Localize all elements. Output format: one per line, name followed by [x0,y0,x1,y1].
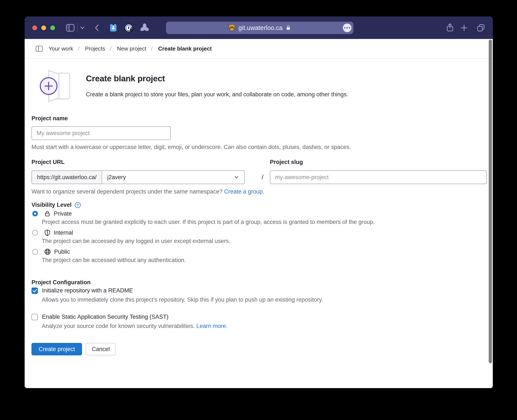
breadcrumb-current: Create blank project [158,45,212,52]
project-url-group: https://git.uwaterloo.ca/ j2avery [31,170,245,184]
namespace-value: j2avery [107,174,126,181]
close-window-button[interactable] [32,25,37,30]
create-project-button[interactable]: Create project [31,343,82,355]
project-url-label: Project URL [31,159,65,165]
share-icon[interactable] [446,23,454,32]
project-slug-input[interactable] [270,170,487,184]
create-a-group-link[interactable]: Create a group. [224,188,265,195]
browser-window: git.uwaterloo.ca Your work / [25,16,493,388]
readme-description: Allows you to immediately clone this pro… [42,296,323,303]
chevron-down-icon[interactable] [80,26,85,30]
svg-text:?: ? [77,203,79,207]
zoom-window-button[interactable] [50,25,55,30]
project-configuration-label: Project Configuration [31,279,91,286]
visibility-private-option[interactable]: Private [32,210,72,217]
visibility-internal-option[interactable]: Internal [32,229,73,236]
public-radio[interactable] [32,249,38,255]
project-slug-label: Project slug [270,159,303,165]
page-title: Create blank project [86,74,165,83]
visibility-public-option[interactable]: Public [32,248,70,255]
breadcrumb-separator: / [110,45,111,52]
sast-description: Analyze your source code for known secur… [42,323,228,330]
internal-description: The project can be accessed by any logge… [42,238,230,244]
toolbar-divider [77,23,78,32]
lock-icon [44,210,51,217]
shield-icon [44,229,51,236]
url-prefix: https://git.uwaterloo.ca/ [31,170,102,184]
visibility-level-heading: Visibility Level ? [31,202,81,208]
address-bar[interactable]: git.uwaterloo.ca [166,22,353,34]
visibility-level-label: Visibility Level [31,202,72,208]
url-slug-separator: / [259,170,266,184]
form-actions: Create project Cancel [31,343,116,355]
breadcrumb-separator: / [78,45,79,52]
readme-option[interactable]: Initialize repository with a README [31,287,133,294]
internal-label[interactable]: Internal [54,230,73,236]
browser-toolbar: git.uwaterloo.ca [25,16,493,39]
minimize-window-button[interactable] [41,25,46,30]
learn-more-link[interactable]: Learn more. [196,323,228,329]
scrollbar-thumb[interactable] [489,40,492,363]
page-more-options-button[interactable] [343,23,351,32]
sast-option[interactable]: Enable Static Application Security Testi… [31,314,168,320]
tab-overview-icon[interactable] [477,23,485,32]
sidebar-panel-icon[interactable] [35,45,43,52]
private-radio[interactable] [32,211,38,217]
breadcrumb: Your work / Projects / New project / Cre… [25,39,493,59]
sast-label[interactable]: Enable Static Application Security Testi… [42,314,168,320]
flower-extension-icon[interactable] [140,23,150,32]
public-label[interactable]: Public [54,248,70,255]
select-chevron-down-icon [234,174,239,180]
page-description: Create a blank project to store your fil… [86,91,348,98]
private-description: Project access must be granted explicitl… [42,219,375,225]
project-name-help: Must start with a lowercase or uppercase… [31,144,351,150]
blank-project-illustration [38,70,76,102]
cancel-button[interactable]: Cancel [86,343,116,355]
download-extension-icon[interactable] [109,23,118,32]
internal-radio[interactable] [32,230,38,235]
globe-icon [44,248,51,255]
project-name-input[interactable] [31,126,171,140]
password-manager-extension-icon[interactable] [124,23,134,32]
namespace-help-text: Want to organize several dependent proje… [31,188,222,195]
url-text: git.uwaterloo.ca [238,24,282,31]
sidebar-toggle-icon[interactable] [66,23,75,32]
gitlab-page: Your work / Projects / New project / Cre… [25,39,493,388]
sast-description-text: Analyze your source code for known secur… [42,323,195,329]
namespace-help: Want to organize several dependent proje… [31,188,264,195]
namespace-select[interactable]: j2avery [102,170,245,184]
breadcrumb-separator: / [151,45,152,52]
readme-checkbox[interactable] [31,287,38,294]
help-question-icon[interactable]: ? [75,202,81,208]
breadcrumb-new-project[interactable]: New project [117,45,146,52]
readme-label[interactable]: Initialize repository with a README [42,287,133,294]
project-name-label: Project name [31,115,68,122]
breadcrumb-your-work[interactable]: Your work [49,45,73,52]
private-label[interactable]: Private [54,210,72,217]
breadcrumb-projects[interactable]: Projects [85,45,105,52]
sast-checkbox[interactable] [31,314,38,320]
tls-lock-icon [286,25,291,31]
back-button-icon[interactable] [94,24,99,31]
new-tab-icon[interactable] [460,24,468,31]
site-favicon-uwaterloo [228,24,235,32]
public-description: The project can be accessed without any … [42,257,186,263]
